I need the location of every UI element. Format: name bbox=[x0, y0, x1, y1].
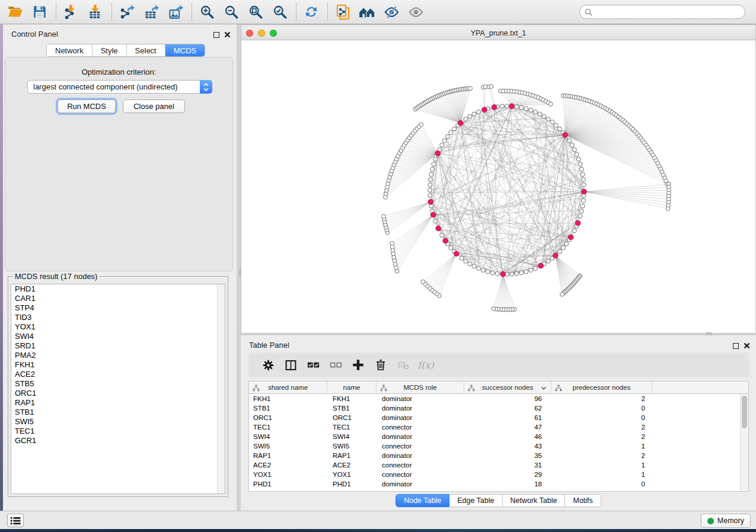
show-columns-icon[interactable] bbox=[279, 355, 302, 375]
table-scrollbar[interactable] bbox=[740, 394, 748, 491]
network-graph[interactable] bbox=[241, 40, 755, 333]
table-cell[interactable]: 29 bbox=[464, 471, 551, 478]
column-header-successor-nodes[interactable]: successor nodes bbox=[464, 382, 551, 393]
close-table-panel-icon[interactable] bbox=[744, 341, 750, 351]
table-row[interactable]: YOX1YOX1connector291 bbox=[249, 470, 748, 479]
table-cell[interactable]: connector bbox=[377, 471, 464, 478]
close-panel-button[interactable]: Close panel bbox=[123, 100, 185, 113]
table-cell[interactable]: ORC1 bbox=[327, 414, 377, 421]
table-row[interactable]: STB1STB1dominator620 bbox=[249, 403, 748, 413]
memory-button[interactable]: Memory bbox=[701, 514, 751, 528]
table-cell[interactable]: 1 bbox=[551, 443, 652, 450]
table-cell[interactable]: SWI5 bbox=[249, 443, 327, 450]
settings-gear-icon[interactable] bbox=[257, 355, 279, 375]
result-node-item[interactable]: STB1 bbox=[11, 408, 225, 417]
tab-node-table[interactable]: Node Table bbox=[395, 494, 449, 507]
table-row[interactable]: ACE2ACE2connector311 bbox=[249, 460, 748, 470]
table-cell[interactable]: connector bbox=[377, 462, 464, 469]
table-cell[interactable]: dominator bbox=[377, 414, 464, 421]
zoom-fit-icon[interactable] bbox=[245, 2, 266, 22]
save-icon[interactable] bbox=[29, 2, 50, 22]
table-cell[interactable]: STB1 bbox=[249, 405, 327, 412]
result-node-item[interactable]: SWI5 bbox=[11, 417, 225, 427]
table-cell[interactable]: PHD1 bbox=[249, 480, 327, 488]
table-cell[interactable]: dominator bbox=[377, 405, 464, 412]
table-cell[interactable]: 2 bbox=[551, 424, 652, 431]
table-row[interactable]: ORC1ORC1dominator610 bbox=[249, 413, 748, 422]
result-node-item[interactable]: TID3 bbox=[11, 313, 225, 322]
table-row[interactable]: RAP1RAP1dominator352 bbox=[249, 451, 748, 460]
export-table-icon[interactable] bbox=[141, 2, 162, 22]
result-node-item[interactable]: SWI4 bbox=[11, 332, 225, 341]
table-cell[interactable]: TEC1 bbox=[249, 424, 327, 431]
network-window-titlebar[interactable]: YPA_prune.txt_1 bbox=[241, 27, 755, 40]
table-cell[interactable]: dominator bbox=[377, 433, 464, 440]
tab-select[interactable]: Select bbox=[127, 44, 165, 56]
table-cell[interactable]: 1 bbox=[551, 462, 652, 469]
import-table-icon[interactable] bbox=[85, 2, 106, 22]
result-node-item[interactable]: FKH1 bbox=[11, 360, 225, 370]
result-list-scrollbar[interactable] bbox=[217, 284, 225, 493]
result-node-item[interactable]: CAR1 bbox=[11, 294, 225, 303]
deselect-all-icon[interactable] bbox=[324, 355, 347, 375]
show-graphics-details-icon[interactable] bbox=[405, 2, 426, 22]
search-field[interactable] bbox=[579, 5, 745, 19]
table-cell[interactable]: ACE2 bbox=[249, 462, 327, 469]
close-panel-icon[interactable] bbox=[224, 30, 231, 40]
table-cell[interactable]: RAP1 bbox=[327, 452, 377, 459]
result-node-item[interactable]: SRD1 bbox=[11, 341, 225, 351]
hide-graphics-details-icon[interactable] bbox=[381, 2, 402, 22]
tab-mcds[interactable]: MCDS bbox=[165, 44, 205, 56]
table-cell[interactable]: TEC1 bbox=[327, 424, 377, 431]
table-cell[interactable]: 0 bbox=[551, 414, 652, 421]
table-row[interactable]: SWI5SWI5connector431 bbox=[249, 441, 748, 451]
result-node-item[interactable]: TEC1 bbox=[11, 427, 225, 436]
open-file-icon[interactable] bbox=[5, 2, 26, 22]
table-cell[interactable]: 47 bbox=[464, 424, 551, 431]
table-cell[interactable]: 46 bbox=[464, 433, 551, 440]
tab-edge-table[interactable]: Edge Table bbox=[449, 494, 502, 507]
float-table-panel-icon[interactable] bbox=[733, 343, 739, 349]
table-row[interactable]: SWI4SWI4dominator462 bbox=[249, 432, 748, 441]
table-cell[interactable]: ORC1 bbox=[249, 414, 327, 421]
table-cell[interactable]: RAP1 bbox=[249, 452, 327, 459]
table-cell[interactable]: connector bbox=[377, 424, 464, 431]
run-mcds-button[interactable]: Run MCDS bbox=[58, 100, 116, 113]
table-cell[interactable]: connector bbox=[377, 443, 464, 450]
table-cell[interactable]: 2 bbox=[551, 452, 652, 459]
table-row[interactable]: FKH1FKH1dominator962 bbox=[249, 394, 748, 403]
table-cell[interactable]: FKH1 bbox=[327, 395, 377, 402]
table-cell[interactable]: 43 bbox=[464, 443, 551, 450]
table-cell[interactable]: PHD1 bbox=[327, 480, 377, 488]
table-row[interactable]: TEC1TEC1connector472 bbox=[249, 422, 748, 432]
table-cell[interactable]: 0 bbox=[551, 480, 652, 488]
result-node-item[interactable]: GCR1 bbox=[11, 436, 225, 446]
tab-motifs[interactable]: Motifs bbox=[565, 494, 601, 507]
zoom-in-icon[interactable] bbox=[196, 2, 218, 22]
result-node-item[interactable]: ORC1 bbox=[11, 389, 225, 398]
float-panel-icon[interactable] bbox=[213, 32, 219, 38]
table-cell[interactable]: 61 bbox=[464, 414, 551, 421]
result-node-item[interactable]: STB5 bbox=[11, 379, 225, 389]
delete-column-icon[interactable] bbox=[369, 355, 392, 375]
table-row[interactable]: PHD1PHD1dominator180 bbox=[249, 479, 748, 489]
export-network-icon[interactable] bbox=[116, 2, 138, 22]
result-node-item[interactable]: PMA2 bbox=[11, 351, 225, 360]
table-cell[interactable]: ACE2 bbox=[327, 462, 377, 469]
zoom-selected-icon[interactable] bbox=[269, 2, 291, 22]
tab-style[interactable]: Style bbox=[92, 44, 127, 56]
table-cell[interactable]: SWI5 bbox=[327, 443, 377, 450]
table-cell[interactable]: dominator bbox=[377, 395, 464, 402]
import-network-icon[interactable] bbox=[60, 2, 82, 22]
table-cell[interactable]: 96 bbox=[464, 395, 551, 402]
export-image-icon[interactable] bbox=[165, 2, 186, 22]
table-cell[interactable]: YOX1 bbox=[249, 471, 327, 478]
result-node-item[interactable]: YOX1 bbox=[11, 322, 225, 332]
table-cell[interactable]: 2 bbox=[551, 433, 652, 440]
column-header-MCDS-role[interactable]: MCDS role bbox=[377, 382, 464, 393]
table-cell[interactable]: 62 bbox=[464, 405, 551, 412]
table-cell[interactable]: SWI4 bbox=[327, 433, 377, 440]
column-header-name[interactable]: name bbox=[327, 382, 377, 393]
network-from-file-icon[interactable] bbox=[332, 2, 353, 22]
table-cell[interactable]: 2 bbox=[551, 395, 652, 402]
